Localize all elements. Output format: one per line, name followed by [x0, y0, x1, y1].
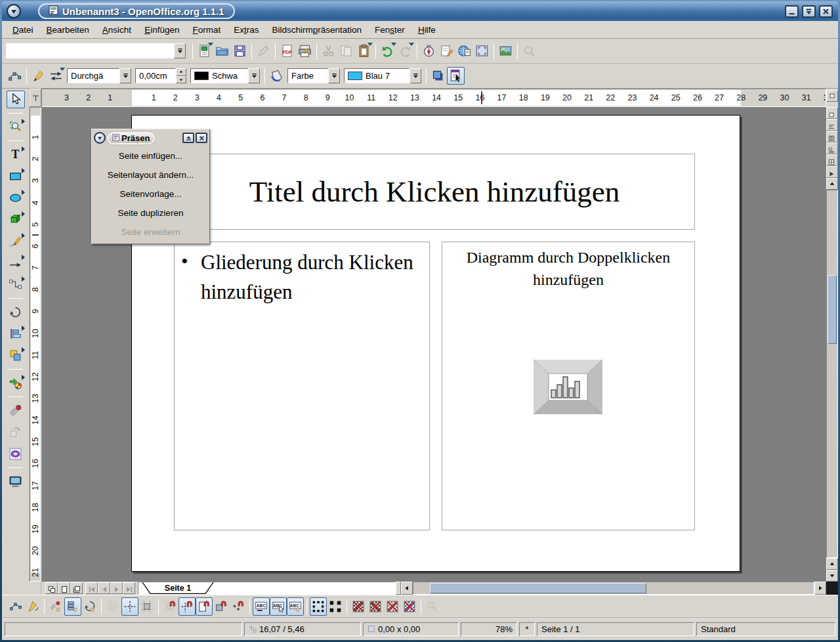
arrow-style-button[interactable] — [47, 67, 65, 85]
presentation-box-toggle[interactable] — [447, 67, 465, 85]
horizontal-ruler[interactable]: 1231234567891011121314151617181920212223… — [41, 89, 826, 107]
text-tool[interactable]: T — [7, 146, 25, 163]
alignment-tool[interactable] — [7, 325, 25, 343]
presentation-tool[interactable] — [7, 473, 25, 490]
page-mode-button[interactable] — [45, 582, 58, 594]
shade-button[interactable] — [802, 5, 816, 18]
navigator-button[interactable] — [420, 42, 438, 60]
select-text-area-toggle[interactable]: ABC — [270, 597, 287, 616]
area-color-field[interactable]: Blau 7 — [344, 68, 410, 83]
vertical-ruler[interactable]: 123456789101112131415161718192021 — [30, 107, 41, 582]
next-page-button[interactable] — [110, 582, 123, 594]
status-template-field[interactable]: Standard — [696, 622, 835, 636]
palette-item-4[interactable]: Seite duplizieren — [92, 203, 209, 223]
slides-view-button[interactable] — [826, 131, 838, 142]
chart-placeholder-icon[interactable] — [534, 360, 602, 414]
edit-file-button[interactable] — [255, 42, 272, 60]
line-width-value[interactable]: 0,00cm — [135, 68, 176, 83]
minimize-button[interactable] — [785, 5, 799, 18]
menu-ansicht[interactable]: Ansicht — [96, 22, 138, 37]
outline-placeholder[interactable]: • Gliederung durch Klicken hinzufügen — [174, 242, 430, 530]
zoom-tool[interactable] — [7, 118, 25, 136]
palette-item-2[interactable]: Seitenlayout ändern... — [92, 165, 209, 184]
title-placeholder[interactable]: Titel durch Klicken hinzufügen — [174, 154, 695, 230]
spin-down-button[interactable] — [176, 76, 186, 84]
palette-close-button[interactable] — [196, 133, 207, 143]
paste-button[interactable] — [355, 42, 373, 60]
rotate-click-toggle[interactable] — [81, 597, 98, 616]
scroll-right-button[interactable] — [814, 582, 826, 595]
hyperlink-button[interactable] — [455, 42, 473, 60]
slide-page[interactable]: Titel durch Klicken hinzufügen • Glieder… — [131, 115, 740, 572]
show-snaplines-toggle[interactable] — [121, 597, 138, 616]
picture-placeholder-toggle[interactable] — [350, 597, 367, 616]
export-pdf-button[interactable]: PDF — [278, 42, 296, 60]
quick-edit-toggle[interactable]: ABC — [253, 597, 270, 616]
menu-einfuegen[interactable]: Einfügen — [138, 22, 186, 37]
status-size-field[interactable]: 0,00 x 0,00 — [363, 622, 459, 636]
menu-bildschirmpraesentation[interactable]: Bildschirmpräsentation — [266, 22, 369, 37]
vertical-scrollbar[interactable] — [826, 190, 838, 558]
edit-points-button[interactable] — [6, 67, 24, 85]
stylist-button[interactable] — [438, 42, 455, 60]
horizontal-scroll-thumb[interactable] — [430, 583, 646, 593]
lines-arrows-tool[interactable] — [7, 254, 25, 272]
menu-extras[interactable]: Extras — [227, 22, 265, 37]
vertical-scroll-thumb[interactable] — [828, 275, 837, 344]
open-button[interactable] — [213, 42, 231, 60]
rotate-tool[interactable] — [7, 303, 25, 321]
zoom-button[interactable] — [473, 42, 491, 60]
gallery-button[interactable] — [497, 42, 514, 60]
simple-handles-toggle[interactable] — [310, 597, 327, 616]
spin-up-button[interactable] — [176, 68, 186, 76]
print-button[interactable] — [296, 42, 314, 60]
snap-frame-toggle[interactable] — [213, 597, 230, 616]
allow-interaction-toggle[interactable] — [64, 597, 81, 616]
area-style-value[interactable]: Farbe — [287, 68, 328, 83]
snap-points-toggle[interactable] — [230, 597, 247, 616]
outline-view-button[interactable] — [826, 119, 838, 131]
snap-grid-toggle[interactable] — [161, 597, 178, 616]
last-page-button[interactable] — [123, 582, 135, 594]
menu-fenster[interactable]: Fenster — [368, 22, 411, 37]
cut-button[interactable] — [320, 42, 337, 60]
line-dialog-button[interactable] — [30, 67, 47, 85]
scroll-up-button-2[interactable] — [826, 558, 838, 570]
ruler-origin-box[interactable] — [30, 89, 41, 107]
arrange-tool[interactable] — [7, 347, 25, 364]
handout-view-button[interactable] — [826, 154, 838, 166]
tab-scroll-splitter[interactable] — [396, 582, 401, 595]
prev-page-button[interactable] — [98, 582, 110, 594]
show-grid-toggle[interactable] — [104, 597, 121, 616]
first-page-button[interactable] — [85, 582, 98, 594]
notes-view-button[interactable] — [826, 142, 838, 154]
url-dropdown-button[interactable] — [174, 43, 186, 58]
status-page-field[interactable]: Seite 1 / 1 — [537, 622, 694, 636]
menu-hilfe[interactable]: Hilfe — [411, 22, 442, 37]
palette-title-bar[interactable]: Präsen — [92, 129, 209, 146]
search-button[interactable] — [520, 42, 538, 60]
master-mode-button[interactable] — [58, 582, 70, 594]
connector-tool[interactable] — [7, 276, 25, 293]
curve-tool[interactable] — [7, 232, 25, 250]
palette-rollup-button[interactable] — [182, 133, 194, 143]
close-button[interactable] — [819, 5, 833, 18]
start-presentation-button[interactable] — [826, 166, 838, 178]
status-zoom-field[interactable]: 78% — [461, 622, 517, 636]
contour-mode-toggle[interactable] — [367, 597, 384, 616]
palette-menu-button[interactable] — [94, 132, 106, 144]
tab-seite-1[interactable]: Seite 1 — [140, 582, 216, 594]
drawing-view-button[interactable] — [826, 107, 838, 119]
menu-datei[interactable]: Datei — [6, 22, 40, 37]
shadow-button[interactable] — [429, 67, 447, 85]
window-menu-button[interactable] — [7, 4, 21, 18]
area-color-dropdown[interactable] — [410, 68, 421, 83]
line-style-dropdown[interactable] — [119, 68, 131, 83]
line-contour-toggle[interactable] — [401, 597, 418, 616]
edit-points-toggle[interactable] — [7, 597, 24, 616]
line-color-dropdown[interactable] — [248, 68, 260, 83]
interaction-tool[interactable] — [7, 423, 25, 441]
copy-button[interactable] — [337, 42, 355, 60]
ellipse-tool[interactable] — [7, 189, 25, 207]
insert-tool[interactable] — [7, 374, 25, 392]
